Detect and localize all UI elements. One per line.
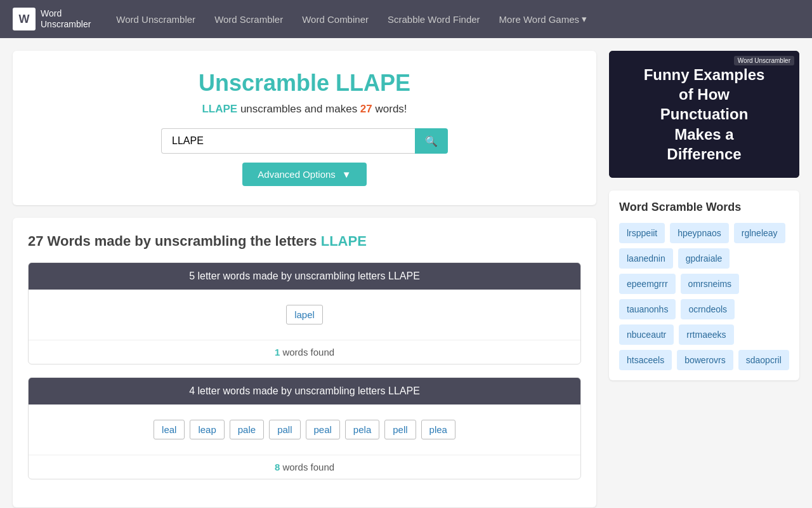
sidebar: Word Unscrambler Funny Examples of How P… bbox=[609, 51, 799, 507]
scramble-tile[interactable]: rglneleay bbox=[734, 223, 785, 243]
scramble-tile[interactable]: bowerovrs bbox=[677, 350, 733, 370]
search-button[interactable]: 🔍 bbox=[415, 128, 448, 154]
word-tile[interactable]: lapel bbox=[286, 305, 323, 324]
scramble-tile[interactable]: rrtmaeeks bbox=[679, 324, 733, 345]
search-bar: 🔍 bbox=[25, 128, 584, 154]
results-section: 27 Words made by unscrambling the letter… bbox=[13, 218, 596, 507]
search-icon: 🔍 bbox=[425, 136, 438, 147]
word-group-body-4: lealleappalepallpealpelapellplea bbox=[29, 404, 580, 455]
scramble-tile[interactable]: ocrndeols bbox=[681, 299, 735, 319]
advanced-arrow-icon: ▼ bbox=[342, 169, 351, 180]
logo-icon: W bbox=[13, 8, 36, 30]
hero-section: Unscramble LLAPE LLAPE unscrambles and m… bbox=[13, 51, 596, 205]
word-tile[interactable]: pall bbox=[269, 420, 300, 439]
hero-subtitle: LLAPE unscrambles and makes 27 words! bbox=[25, 103, 584, 116]
scramble-tile[interactable]: nbuceautr bbox=[619, 324, 674, 345]
scramble-tile[interactable]: htsaceels bbox=[619, 350, 672, 370]
word-group-header-4: 4 letter words made by unscrambling lett… bbox=[29, 378, 580, 404]
ad-text-block: Funny Examples of How Punctuation Makes … bbox=[638, 58, 771, 170]
scramble-tile[interactable]: omrsneims bbox=[681, 274, 739, 294]
word-group-4: 4 letter words made by unscrambling lett… bbox=[28, 377, 581, 479]
word-scramble-section: Word Scramble Words lrsppeiithpeypnaosrg… bbox=[609, 190, 799, 380]
results-heading: 27 Words made by unscrambling the letter… bbox=[28, 233, 581, 250]
word-group-5: 5 letter words made by unscrambling lett… bbox=[28, 262, 581, 364]
main-content: Unscramble LLAPE LLAPE unscrambles and m… bbox=[13, 51, 596, 507]
ad-image: Word Unscrambler Funny Examples of How P… bbox=[609, 51, 799, 178]
nav-word-unscrambler[interactable]: Word Unscrambler bbox=[116, 14, 195, 25]
word-tile[interactable]: peal bbox=[306, 420, 340, 439]
word-tile[interactable]: pela bbox=[345, 420, 379, 439]
nav-links: Word Unscrambler Word Scrambler Word Com… bbox=[116, 13, 587, 25]
word-scramble-title: Word Scramble Words bbox=[619, 201, 789, 214]
logo-link[interactable]: W Word Unscrambler bbox=[13, 8, 91, 30]
nav-scrabble-word-finder[interactable]: Scrabble Word Finder bbox=[388, 14, 480, 25]
advanced-options-button[interactable]: Advanced Options ▼ bbox=[242, 163, 366, 186]
ad-headline: Funny Examples of How Punctuation Makes … bbox=[644, 65, 765, 164]
word-tile[interactable]: plea bbox=[421, 420, 455, 439]
dropdown-arrow-icon: ▾ bbox=[582, 13, 587, 25]
scramble-tile[interactable]: sdaopcril bbox=[738, 350, 789, 370]
scramble-grid: lrsppeiithpeypnaosrglneleaylaanedningpdr… bbox=[619, 223, 789, 370]
scramble-tile[interactable]: epeemgrrr bbox=[619, 274, 676, 294]
word-group-body-5: lapel bbox=[29, 290, 580, 340]
scramble-tile[interactable]: lrsppeiit bbox=[619, 223, 665, 243]
page-title: Unscramble LLAPE bbox=[25, 70, 584, 97]
word-group-footer-4: 8 words found bbox=[29, 455, 580, 479]
nav-word-combiner[interactable]: Word Combiner bbox=[302, 14, 369, 25]
nav-word-scrambler[interactable]: Word Scrambler bbox=[214, 14, 283, 25]
word-tile[interactable]: pell bbox=[384, 420, 416, 439]
word-tile[interactable]: leap bbox=[190, 420, 224, 439]
navbar: W Word Unscrambler Word Unscrambler Word… bbox=[0, 0, 812, 38]
word-group-footer-5: 1 words found bbox=[29, 340, 580, 364]
nav-more-word-games[interactable]: More Word Games ▾ bbox=[499, 13, 587, 25]
logo-text: Word Unscrambler bbox=[41, 8, 91, 30]
word-tile[interactable]: pale bbox=[230, 420, 264, 439]
word-group-header-5: 5 letter words made by unscrambling lett… bbox=[29, 263, 580, 290]
scramble-tile[interactable]: hpeypnaos bbox=[670, 223, 729, 243]
word-tile[interactable]: leal bbox=[154, 420, 185, 439]
scramble-tile[interactable]: tauanonhs bbox=[619, 299, 676, 319]
ad-logo-badge: Word Unscrambler bbox=[734, 56, 794, 65]
scramble-tile[interactable]: laanednin bbox=[619, 248, 673, 269]
search-input[interactable] bbox=[161, 128, 415, 154]
scramble-tile[interactable]: gpdraiale bbox=[678, 248, 730, 269]
sidebar-ad[interactable]: Word Unscrambler Funny Examples of How P… bbox=[609, 51, 799, 178]
page-wrapper: Unscramble LLAPE LLAPE unscrambles and m… bbox=[0, 38, 812, 508]
